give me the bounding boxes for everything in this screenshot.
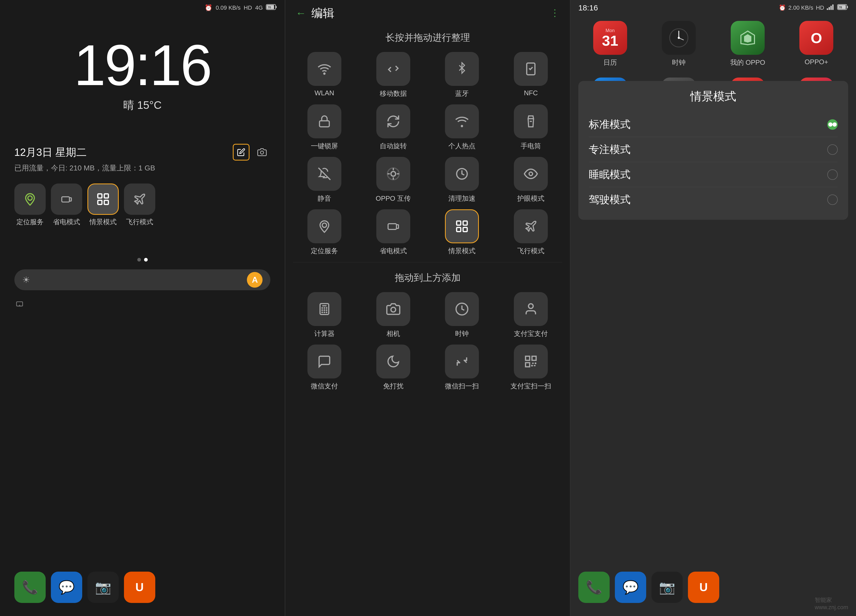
svg-rect-24 — [396, 225, 399, 228]
scene-mode-label: 情景模式 — [448, 246, 476, 256]
scene-drive-radio — [827, 194, 838, 205]
tv-icon — [14, 298, 25, 308]
svg-rect-26 — [463, 221, 467, 225]
p3-hd: HD — [816, 5, 824, 11]
scene-mode-popup: 情景模式 标准模式 专注模式 睡眠模式 驾驶模式 — [578, 81, 848, 220]
ctrl-camera-add[interactable]: 相机 — [362, 292, 425, 338]
scene-sleep-label: 睡眠模式 — [589, 167, 631, 182]
ctrl-flight[interactable]: 飞行模式 — [499, 209, 562, 256]
search-bar[interactable]: ☀ A — [14, 270, 271, 290]
more-button[interactable]: ⋮ — [550, 8, 559, 18]
scene-standard[interactable]: 标准模式 — [589, 112, 838, 137]
svg-rect-28 — [463, 228, 467, 232]
dock-camera[interactable]: 📷 — [88, 571, 119, 603]
ctrl-wlan[interactable]: WLAN — [293, 52, 356, 98]
p3-uc[interactable]: U — [688, 571, 719, 603]
ctrl-locate[interactable]: 定位服务 — [293, 209, 356, 256]
quick-battery[interactable]: 省电模式 — [51, 183, 82, 226]
ctrl-mobile-data[interactable]: 移动数据 — [362, 52, 425, 98]
app-myoppo[interactable]: 我的 OPPO — [716, 21, 779, 67]
camera-add-icon-box — [376, 292, 410, 326]
alipay-scan-label: 支付宝扫一扫 — [511, 382, 551, 391]
alipay-pay-icon-box — [514, 292, 548, 326]
svg-point-40 — [391, 307, 396, 312]
wechat-pay-icon-box — [308, 345, 341, 379]
phone-icon: 📞 — [22, 580, 38, 595]
svg-point-19 — [391, 171, 396, 176]
scene-sleep[interactable]: 睡眠模式 — [589, 162, 838, 187]
quick-scene[interactable]: 情景模式 — [88, 183, 119, 226]
dock-phone[interactable]: 📞 — [14, 571, 46, 603]
svg-rect-43 — [526, 356, 530, 360]
scene-mode-icon-box — [445, 209, 479, 243]
p3-messages[interactable]: 💬 — [615, 571, 646, 603]
quick-flight[interactable]: 飞行模式 — [124, 183, 155, 226]
ctrl-wechat-scan[interactable]: 微信扫一扫 — [431, 345, 494, 391]
lock-screen-panel: ⏰ 0.09 KB/s HD 4G 70 19:16 晴 15°C 12月3日 … — [0, 0, 285, 616]
p3-camera[interactable]: 📷 — [651, 571, 683, 603]
eyecare-label: 护眼模式 — [517, 194, 544, 203]
ctrl-wechat-pay[interactable]: 微信支付 — [293, 345, 356, 391]
scene-standard-label: 标准模式 — [589, 117, 631, 132]
edit-control-panel: ← 编辑 ⋮ 长按并拖动进行整理 WLAN 移动数据 — [285, 0, 571, 616]
quick-locate[interactable]: 定位服务 — [14, 183, 46, 226]
scene-drive[interactable]: 驾驶模式 — [589, 187, 838, 212]
ctrl-calculator[interactable]: 计算器 — [293, 292, 356, 338]
scene-drive-label: 驾驶模式 — [589, 192, 631, 207]
section-divider — [293, 262, 562, 262]
app-calendar[interactable]: Mon 31 日历 — [578, 21, 642, 67]
svg-rect-55 — [847, 6, 848, 8]
locate-label: 定位服务 — [17, 217, 43, 226]
scene-focus[interactable]: 专注模式 — [589, 137, 838, 162]
camera-icon-lock[interactable] — [254, 144, 270, 160]
svg-rect-44 — [532, 356, 536, 360]
clock-add-label: 时钟 — [455, 329, 469, 338]
watermark: 智能家 www.znj.com — [815, 596, 848, 611]
p3-phone[interactable]: 📞 — [578, 571, 610, 603]
dock-messages[interactable]: 💬 — [51, 571, 82, 603]
ctrl-dnd[interactable]: 免打扰 — [362, 345, 425, 391]
app-clock[interactable]: 时钟 — [647, 21, 711, 67]
wechat-scan-label: 微信扫一扫 — [445, 382, 479, 391]
panel3-status-bar: 18:16 ⏰ 2.00 KB/s HD 78 — [571, 0, 856, 15]
back-button[interactable]: ← — [296, 7, 306, 19]
edit-icon[interactable] — [233, 144, 249, 160]
mobile-data-label: 移动数据 — [380, 89, 407, 98]
ctrl-alipay-scan[interactable]: 支付宝扫一扫 — [499, 345, 562, 391]
ctrl-clock-add[interactable]: 时钟 — [431, 292, 494, 338]
ctrl-bluetooth[interactable]: 蓝牙 — [431, 52, 494, 98]
svg-rect-10 — [98, 200, 102, 205]
ctrl-hotspot[interactable]: 个人热点 — [431, 105, 494, 151]
section2-title: 拖动到上方添加 — [285, 266, 570, 290]
lock-screen-weather: 晴 15°C — [123, 98, 162, 112]
wechat-pay-label: 微信支付 — [311, 382, 338, 391]
ctrl-auto-rotate[interactable]: 自动旋转 — [362, 105, 425, 151]
calendar-label: 日历 — [604, 58, 617, 67]
ctrl-eyecare[interactable]: 护眼模式 — [499, 157, 562, 203]
app-oppoplus[interactable]: O OPPO+ — [785, 21, 848, 67]
ctrl-onekey-lock[interactable]: 一键锁屏 — [293, 105, 356, 151]
ctrl-silent[interactable]: 静音 — [293, 157, 356, 203]
dock-uc[interactable]: U — [124, 571, 155, 603]
svg-rect-27 — [457, 228, 461, 232]
ctrl-oppo-transfer[interactable]: OPPO 互传 — [362, 157, 425, 203]
svg-rect-23 — [388, 224, 396, 229]
bottom-icons-row — [14, 298, 271, 308]
ctrl-scene-mode[interactable]: 情景模式 — [431, 209, 494, 256]
svg-point-42 — [528, 304, 533, 308]
user-avatar[interactable]: A — [247, 272, 263, 288]
ctrl-nfc[interactable]: NFC — [499, 52, 562, 98]
active-controls-grid: WLAN 移动数据 蓝牙 — [285, 49, 570, 258]
ctrl-flashlight[interactable]: 手电筒 — [499, 105, 562, 151]
wechat-scan-icon-box — [445, 345, 479, 379]
ctrl-alipay-pay[interactable]: 支付宝支付 — [499, 292, 562, 338]
watermark-line1: 智能家 — [815, 596, 848, 604]
ctrl-battery-save[interactable]: 省电模式 — [362, 209, 425, 256]
ctrl-clean[interactable]: 清理加速 — [431, 157, 494, 203]
flashlight-label: 手电筒 — [520, 142, 541, 151]
svg-rect-9 — [104, 194, 108, 198]
locate-icon-box — [14, 183, 46, 215]
p3-camera-icon: 📷 — [659, 580, 675, 595]
clean-icon-box — [445, 157, 479, 191]
scene-focus-radio — [827, 144, 838, 155]
